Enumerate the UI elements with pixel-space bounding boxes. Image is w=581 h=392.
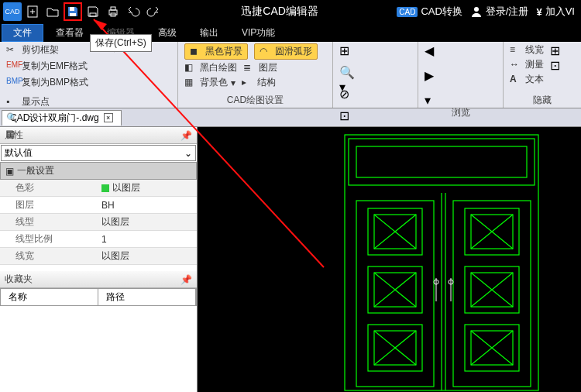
layer-button[interactable]: ≣图层: [243, 61, 277, 74]
linewidth-icon: ≡: [510, 44, 522, 57]
prop-row-linewidth[interactable]: 线宽以图层: [0, 248, 197, 265]
color-swatch: [101, 184, 109, 192]
menu-bar: 文件 查看器 编辑器 高级 输出 VIP功能: [0, 23, 581, 42]
tab-vip[interactable]: VIP功能: [231, 25, 286, 41]
fav-col-name[interactable]: 名称: [1, 289, 98, 305]
pos-icon-3[interactable]: ⊘: [339, 87, 352, 99]
fav-col-path[interactable]: 路径: [98, 289, 196, 305]
copy-bmp-button[interactable]: BMP复制为BMP格式: [6, 76, 171, 89]
text-button[interactable]: A文本: [510, 73, 544, 86]
favorites-body: [0, 306, 197, 392]
vip-button[interactable]: ¥加入VI: [533, 5, 578, 19]
save-icon[interactable]: [64, 2, 82, 21]
structure-button[interactable]: ▸结构: [242, 76, 276, 89]
svg-rect-7: [111, 7, 115, 10]
measure-button[interactable]: ↔测量: [510, 58, 544, 71]
title-bar: CAD 迅捷CAD编辑器 CADCAD转换 登录/注册 ¥加入VI: [0, 0, 581, 23]
structure-icon: ▸: [242, 77, 254, 89]
show-point-button[interactable]: ▪显示点: [6, 95, 171, 108]
color-icon: ▦: [184, 77, 197, 89]
trim-icon: ▤: [6, 129, 19, 141]
svg-rect-5: [90, 13, 96, 16]
new-file-icon[interactable]: [23, 2, 42, 21]
save-tooltip: 保存(Ctrl+S): [90, 34, 152, 52]
ribbon: ✂剪切框架 EMF复制为EMF格式 BMP复制为BMP格式 ▪显示点 🔍查找文字…: [0, 42, 581, 108]
tab-viewer[interactable]: 查看器: [45, 25, 95, 41]
emf-icon: EMF: [6, 60, 19, 73]
properties-panel: 属性 📌 默认值⌄ ▣ 一般设置 色彩以图层 图层BH 线型以图层 线型比例1 …: [0, 127, 198, 392]
app-title: 迅捷CAD编辑器: [166, 5, 394, 19]
ribbon-group-props: ≡线宽 ⊞ ↔测量 ⊡ A文本 隐藏: [504, 42, 581, 108]
saveas-icon[interactable]: [84, 2, 102, 21]
bg-icon: ◼: [190, 46, 202, 58]
tab-output[interactable]: 输出: [189, 25, 229, 41]
cad-canvas[interactable]: [198, 127, 581, 392]
title-right-group: CADCAD转换 登录/注册 ¥加入VI: [394, 5, 581, 19]
nav-left-icon[interactable]: ◀: [425, 43, 437, 56]
ribbon-group-position: ⊞ 🔍 ▾ ⊘ ⊡ ⊟ ⌖ 位置: [333, 42, 418, 108]
copy-emf-button[interactable]: EMF复制为EMF格式: [6, 60, 171, 73]
favorites-header: 名称 路径: [0, 288, 197, 306]
prop-row-layer[interactable]: 图层BH: [0, 197, 197, 214]
nav-more-icon[interactable]: ▾: [425, 93, 437, 105]
bgcolor-button[interactable]: ▦背景色▾: [184, 76, 235, 89]
favorites-title: 收藏夹 📌: [0, 271, 197, 288]
document-tab[interactable]: CAD设计双扇门-.dwg ×: [2, 110, 122, 126]
text-icon: A: [510, 74, 522, 86]
pin-icon[interactable]: 📌: [180, 274, 192, 285]
group-label-browse: 浏览: [425, 105, 497, 119]
point-icon: ▪: [6, 96, 19, 108]
bw-draw-button[interactable]: ◧黑白绘图: [184, 61, 237, 74]
black-bg-button[interactable]: ◼黑色背景: [184, 43, 248, 60]
properties-table: ▣ 一般设置 色彩以图层 图层BH 线型以图层 线型比例1 线宽以图层: [0, 162, 197, 265]
redo-icon[interactable]: [144, 2, 163, 21]
quick-access-toolbar: CAD: [0, 2, 166, 21]
open-file-icon[interactable]: [43, 2, 62, 21]
pos-icon-4[interactable]: ⊡: [339, 108, 352, 121]
linewidth-button[interactable]: ≡线宽: [510, 43, 544, 57]
svg-point-9: [474, 7, 479, 12]
close-icon[interactable]: ×: [104, 113, 113, 122]
svg-rect-3: [70, 7, 74, 11]
search-icon: 🔍: [6, 112, 19, 125]
cad-convert-button[interactable]: CADCAD转换: [394, 5, 466, 19]
arc-icon: ◠: [260, 46, 272, 58]
svg-rect-4: [70, 13, 76, 16]
layers-icon: ≣: [243, 62, 256, 74]
ext-icon-1[interactable]: ⊞: [550, 43, 562, 56]
smooth-arc-button[interactable]: ◠圆滑弧形: [254, 43, 318, 60]
group-label-cad: CAD绘图设置: [184, 93, 326, 107]
tab-advanced[interactable]: 高级: [147, 25, 187, 41]
undo-icon[interactable]: [124, 2, 143, 21]
nav-right-icon[interactable]: ▶: [425, 68, 437, 81]
svg-rect-12: [356, 146, 527, 177]
bw-icon: ◧: [184, 62, 197, 74]
bmp-icon: BMP: [6, 77, 19, 89]
pos-icon-1[interactable]: ⊞: [339, 43, 352, 56]
crop-icon: ✂: [6, 44, 19, 57]
cad-drawing: [198, 127, 581, 392]
prop-row-linescale[interactable]: 线型比例1: [0, 231, 197, 248]
default-combo[interactable]: 默认值⌄: [1, 145, 196, 161]
app-logo[interactable]: CAD: [3, 2, 22, 21]
ribbon-group-browse: ◀ ▶ ▾ 浏览: [418, 42, 504, 108]
chevron-down-icon: ⌄: [184, 148, 192, 159]
prop-row-linetype[interactable]: 线型以图层: [0, 214, 197, 231]
svg-rect-11: [349, 139, 535, 185]
chevron-down-icon: ▾: [231, 77, 235, 88]
measure-icon: ↔: [510, 59, 522, 71]
login-button[interactable]: 登录/注册: [467, 5, 532, 19]
pos-icon-2[interactable]: 🔍 ▾: [339, 65, 352, 77]
ribbon-group-cad: ◼黑色背景 ◠圆滑弧形 ◧黑白绘图 ≣图层 ▦背景色▾ ▸结构 CAD绘图设置: [178, 42, 333, 108]
section-general[interactable]: ▣ 一般设置: [0, 162, 197, 180]
print-icon[interactable]: [104, 2, 122, 21]
workspace: 属性 📌 默认值⌄ ▣ 一般设置 色彩以图层 图层BH 线型以图层 线型比例1 …: [0, 127, 581, 392]
prop-row-color[interactable]: 色彩以图层: [0, 180, 197, 197]
properties-title: 属性 📌: [0, 127, 197, 144]
tab-file[interactable]: 文件: [2, 24, 43, 42]
document-tab-label: CAD设计双扇门-.dwg: [10, 112, 99, 125]
group-label-hide: 隐藏: [510, 93, 575, 107]
pin-icon[interactable]: 📌: [180, 130, 192, 141]
ext-icon-2[interactable]: ⊡: [550, 58, 562, 70]
